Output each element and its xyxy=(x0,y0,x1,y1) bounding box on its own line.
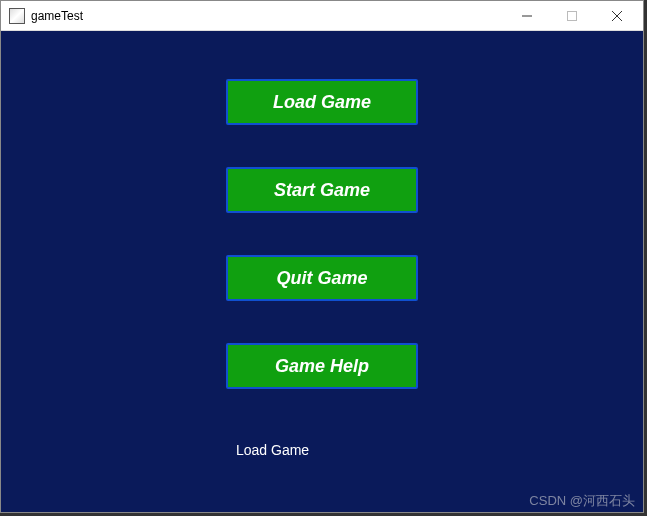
load-game-button[interactable]: Load Game xyxy=(226,79,418,125)
status-text: Load Game xyxy=(236,442,309,458)
game-help-button[interactable]: Game Help xyxy=(226,343,418,389)
minimize-button[interactable] xyxy=(504,1,549,30)
game-menu-area: Load Game Start Game Quit Game Game Help… xyxy=(1,31,643,512)
svg-rect-1 xyxy=(567,11,576,20)
watermark-text: CSDN @河西石头 xyxy=(529,492,635,510)
start-game-button[interactable]: Start Game xyxy=(226,167,418,213)
titlebar: gameTest xyxy=(1,1,643,31)
window-title: gameTest xyxy=(31,9,504,23)
app-icon xyxy=(9,8,25,24)
app-window: gameTest Load Game Start Game Quit Game … xyxy=(0,0,644,513)
close-button[interactable] xyxy=(594,1,639,30)
maximize-button xyxy=(549,1,594,30)
quit-game-button[interactable]: Quit Game xyxy=(226,255,418,301)
window-controls xyxy=(504,1,639,30)
